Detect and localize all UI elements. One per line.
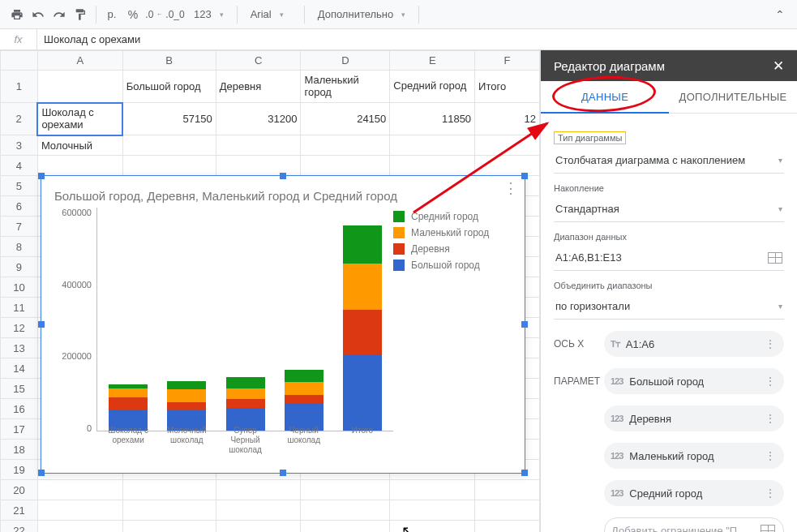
chart-y-axis: 600000 400000 200000 0 — [54, 208, 96, 457]
col-header[interactable]: B — [122, 51, 216, 71]
panel-header: Редактор диаграмм ✕ — [541, 50, 797, 81]
chart-title: Большой город, Деревня, Маленький город … — [41, 176, 525, 208]
panel-tabs: ДАННЫЕ ДОПОЛНИТЕЛЬНЫЕ — [541, 81, 797, 114]
param-chip[interactable]: 123Маленький город⋮ — [604, 443, 784, 469]
toolbar: р. % .0 ← .0_0 123▾ Arial▾ Дополнительно… — [0, 0, 797, 29]
data-range-field[interactable]: A1:A6,B1:E13 — [554, 245, 784, 271]
chart-plot-area: Шоколад с орехамиМолочный шоколадСупер Ч… — [96, 208, 393, 431]
close-icon[interactable]: ✕ — [773, 58, 784, 75]
table-row[interactable]: 4 — [1, 156, 540, 176]
xaxis-chip[interactable]: TᴛA1:A6⋮ — [604, 331, 784, 357]
table-row[interactable]: 22 — [1, 521, 540, 533]
table-row[interactable]: 2Шоколад с орехами5715031200241501185012 — [1, 103, 540, 135]
corner-cell[interactable] — [1, 51, 38, 71]
resize-handle[interactable] — [521, 173, 528, 179]
formula-input[interactable] — [37, 33, 797, 45]
resize-handle[interactable] — [521, 321, 528, 328]
print-icon[interactable] — [6, 4, 28, 25]
paint-format-icon[interactable] — [70, 4, 91, 25]
table-row[interactable]: 1Большой городДеревняМаленький городСред… — [1, 71, 540, 103]
field-label: Объединить диапазоны — [554, 281, 784, 290]
tab-data[interactable]: ДАННЫЕ — [541, 81, 669, 113]
param-chip[interactable]: 123Большой город⋮ — [604, 368, 784, 394]
expand-toolbar-icon[interactable]: ⌃ — [769, 4, 791, 25]
col-header[interactable]: D — [301, 51, 390, 71]
params-label: ПАРАМЕТ — [554, 375, 599, 387]
resize-handle[interactable] — [38, 173, 45, 179]
fx-icon: fx — [0, 29, 37, 49]
chart-menu-icon[interactable]: ⋮ — [503, 181, 518, 195]
table-row[interactable]: 20 — [1, 480, 540, 500]
tab-extra[interactable]: ДОПОЛНИТЕЛЬНЫЕ — [669, 81, 797, 113]
field-label: Накопление — [554, 183, 784, 193]
redo-icon[interactable] — [49, 4, 70, 25]
font-picker[interactable]: Arial▾ — [242, 4, 299, 25]
panel-title: Редактор диаграмм — [554, 59, 665, 73]
table-row[interactable]: 3Молочный — [1, 135, 540, 156]
stacking-picker[interactable]: Стандартная▾ — [554, 196, 784, 222]
col-header[interactable]: C — [216, 51, 301, 71]
param-chip[interactable]: 123Средний город⋮ — [604, 480, 784, 506]
resize-handle[interactable] — [38, 470, 45, 476]
field-label: Тип диаграммы — [554, 131, 784, 144]
inc-decimal-button[interactable]: .0_0 — [165, 4, 186, 25]
percent-button[interactable]: % — [122, 4, 144, 25]
col-header[interactable]: F — [475, 51, 540, 71]
resize-handle[interactable] — [521, 470, 528, 476]
cursor-icon: ↖ — [401, 522, 413, 532]
undo-icon[interactable] — [28, 4, 49, 25]
grid-icon[interactable] — [768, 252, 782, 264]
add-param-chip[interactable]: Добавить ограничение "П... — [604, 517, 784, 532]
chart-type-picker[interactable]: Столбчатая диаграмма с накоплением▾ — [554, 148, 784, 174]
currency-button[interactable]: р. — [101, 4, 122, 25]
resize-handle[interactable] — [280, 470, 286, 476]
table-row[interactable]: 21 — [1, 500, 540, 521]
dec-decimal-button[interactable]: .0 ← — [144, 4, 165, 25]
axis-x-label: ОСЬ X — [554, 338, 599, 350]
resize-handle[interactable] — [38, 321, 45, 328]
chart-legend: Средний городМаленький городДеревняБольш… — [393, 208, 507, 457]
col-header[interactable]: E — [390, 51, 475, 71]
param-chip[interactable]: 123Деревня⋮ — [604, 405, 784, 431]
formula-bar: fx — [0, 29, 797, 50]
resize-handle[interactable] — [280, 173, 286, 179]
spreadsheet-area: A B C D E F 1Большой городДеревняМаленьк… — [0, 50, 540, 532]
number-format-picker[interactable]: 123▾ — [186, 4, 232, 25]
col-header[interactable]: A — [37, 51, 122, 71]
more-formats-picker[interactable]: Дополнительно▾ — [310, 4, 414, 25]
grid-icon — [761, 525, 775, 532]
chart-editor-panel: Редактор диаграмм ✕ ДАННЫЕ ДОПОЛНИТЕЛЬНЫ… — [540, 50, 797, 532]
combine-picker[interactable]: по горизонтали▾ — [554, 294, 784, 320]
chart-object[interactable]: ⋮ Большой город, Деревня, Маленький горо… — [41, 175, 525, 474]
field-label: Диапазон данных — [554, 232, 784, 242]
